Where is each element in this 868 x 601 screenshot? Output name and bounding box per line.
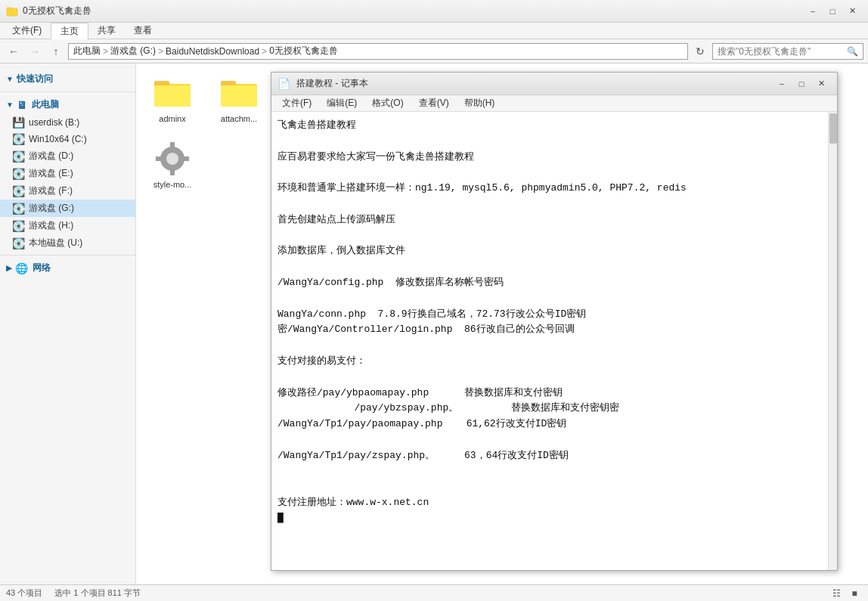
sidebar-section-quickaccess: ▼ 快速访问: [0, 70, 135, 88]
notepad-minimize[interactable]: −: [772, 76, 792, 91]
notepad-icon: 📄: [277, 78, 290, 90]
gear-file-icon: [154, 141, 191, 177]
forward-button[interactable]: →: [26, 42, 44, 60]
sidebar-section-thispc: ▼ 🖥 此电脑 💾 userdisk (B:) 💽 Win10x64 (C:) …: [0, 95, 135, 252]
notepad-title-bar: 📄 搭建教程 - 记事本 − □ ✕: [271, 73, 837, 95]
notepad-title-text: 搭建教程 - 记事本: [296, 77, 772, 90]
crumb-drive: 游戏盘 (G:): [110, 45, 156, 57]
drive-icon: 💽: [12, 150, 24, 163]
sidebar-network-label: 网络: [33, 262, 51, 274]
address-path[interactable]: 此电脑 > 游戏盘 (G:) > BaiduNetdiskDownload > …: [68, 43, 688, 60]
crumb-computer: 此电脑: [73, 45, 101, 57]
drive-icon: 💽: [12, 237, 24, 249]
file-name: attachm...: [221, 114, 257, 124]
drive-icon: 💽: [12, 133, 24, 145]
crumb-baidu: BaiduNetdiskDownload: [166, 46, 259, 57]
sidebar-item-drive-d[interactable]: 💽 游戏盘 (D:): [0, 147, 135, 165]
svg-rect-4: [154, 85, 191, 107]
drive-icon: 💽: [12, 220, 24, 232]
explorer-icon: [6, 5, 18, 17]
file-item-attachm[interactable]: attachm...: [209, 70, 269, 129]
notepad-menu-file[interactable]: 文件(F): [274, 95, 319, 111]
refresh-button[interactable]: ↻: [691, 42, 709, 60]
up-button[interactable]: ↑: [47, 42, 65, 60]
svg-rect-31: [183, 156, 189, 161]
sidebar-item-win10[interactable]: 💽 Win10x64 (C:): [0, 131, 135, 147]
title-bar-controls: − □ ✕: [803, 4, 862, 19]
sidebar-header-label: 快速访问: [17, 73, 53, 85]
sidebar-item-drive-f[interactable]: 💽 游戏盘 (F:): [0, 182, 135, 200]
view-controls: ☷ ■: [829, 587, 862, 600]
network-icon: 🌐: [15, 262, 28, 274]
notepad-maximize[interactable]: □: [792, 76, 811, 91]
drive-icon: 💽: [12, 185, 24, 197]
sidebar-item-drive-u[interactable]: 💽 本地磁盘 (U:): [0, 234, 135, 252]
notepad-window: 📄 搭建教程 - 记事本 − □ ✕ 文件(F) 编辑(E) 格式(O) 查看(…: [271, 72, 838, 571]
notepad-content[interactable]: 飞禽走兽搭建教程 应百易君要求给大家写一份飞禽走兽搭建教程 环境和普通掌上搭建环…: [271, 112, 828, 570]
sidebar-section-network: ▶ 🌐 网络: [0, 259, 135, 277]
sidebar-header-thispc[interactable]: ▼ 🖥 此电脑: [0, 95, 135, 114]
minimize-button[interactable]: −: [803, 4, 823, 19]
item-count: 43 个项目: [6, 587, 42, 599]
notepad-menu-edit[interactable]: 编辑(E): [319, 95, 364, 111]
notepad-menu-format[interactable]: 格式(O): [364, 95, 411, 111]
search-box[interactable]: 🔍: [712, 43, 863, 60]
notepad-menu: 文件(F) 编辑(E) 格式(O) 查看(V) 帮助(H): [271, 95, 837, 112]
drive-icon: 💽: [12, 203, 24, 215]
list-view-button[interactable]: ☷: [829, 587, 844, 600]
file-name: adminx: [159, 114, 185, 124]
status-bar: 43 个项目 选中 1 个项目 811 字节 ☷ ■: [0, 584, 868, 601]
drive-icon: 💾: [12, 116, 24, 129]
drive-icon: 💽: [12, 168, 24, 180]
svg-rect-7: [221, 85, 257, 107]
sidebar-item-drive-g[interactable]: 💽 游戏盘 (G:): [0, 200, 135, 217]
sidebar-header-network[interactable]: ▶ 🌐 网络: [0, 259, 135, 277]
arrow-icon: ▶: [6, 264, 12, 272]
sidebar-header-quickaccess[interactable]: ▼ 快速访问: [0, 70, 135, 88]
svg-rect-1: [7, 8, 11, 10]
svg-rect-29: [170, 169, 175, 175]
sidebar-item-userdisk[interactable]: 💾 userdisk (B:): [0, 114, 135, 131]
ribbon-tab-home[interactable]: 主页: [51, 23, 88, 40]
title-bar-text: 0无授权飞禽走兽: [23, 5, 803, 17]
notepad-menu-help[interactable]: 帮助(H): [457, 95, 503, 111]
folder-icon: [154, 75, 191, 111]
sidebar-item-drive-e[interactable]: 💽 游戏盘 (E:): [0, 165, 135, 182]
title-bar: 0无授权飞禽走兽 − □ ✕: [0, 0, 868, 23]
pc-icon: 🖥: [17, 99, 27, 111]
search-input[interactable]: [718, 46, 847, 57]
svg-point-27: [166, 153, 178, 165]
ribbon-tabs: 文件(F) 主页 共享 查看: [0, 23, 868, 39]
file-item-style-mobile[interactable]: style-mo...: [142, 135, 203, 195]
svg-rect-28: [170, 142, 175, 148]
back-button[interactable]: ←: [5, 42, 23, 60]
sidebar-item-drive-h[interactable]: 💽 游戏盘 (H:): [0, 217, 135, 234]
sidebar: ▼ 快速访问 ▼ 🖥 此电脑 💾 userdisk (B:) 💽 Wi: [0, 64, 136, 584]
notepad-scrollbar[interactable]: [828, 112, 837, 570]
notepad-menu-view[interactable]: 查看(V): [411, 95, 457, 111]
address-bar: ← → ↑ 此电脑 > 游戏盘 (G:) > BaiduNetdiskDownl…: [0, 39, 868, 64]
arrow-icon: ▼: [6, 75, 14, 83]
maximize-button[interactable]: □: [823, 4, 842, 19]
file-name: style-mo...: [153, 180, 192, 190]
arrow-icon: ▼: [6, 101, 14, 109]
search-icon: 🔍: [847, 46, 858, 57]
selected-info: 选中 1 个项目 811 字节: [54, 587, 141, 599]
ribbon-tab-file[interactable]: 文件(F): [3, 23, 51, 39]
svg-rect-30: [156, 156, 162, 161]
ribbon-tab-share[interactable]: 共享: [88, 23, 125, 39]
notepad-controls: − □ ✕: [772, 76, 831, 91]
divider2: [0, 255, 135, 256]
notepad-close[interactable]: ✕: [811, 76, 831, 91]
crumb-current: 0无授权飞禽走兽: [269, 45, 338, 57]
file-item-adminx[interactable]: adminx: [142, 70, 203, 129]
ribbon-tab-view[interactable]: 查看: [125, 23, 161, 39]
folder-icon: [221, 75, 257, 111]
close-button[interactable]: ✕: [842, 4, 862, 19]
sidebar-pc-label: 此电脑: [32, 98, 59, 111]
grid-view-button[interactable]: ■: [847, 587, 862, 600]
divider: [0, 91, 135, 92]
